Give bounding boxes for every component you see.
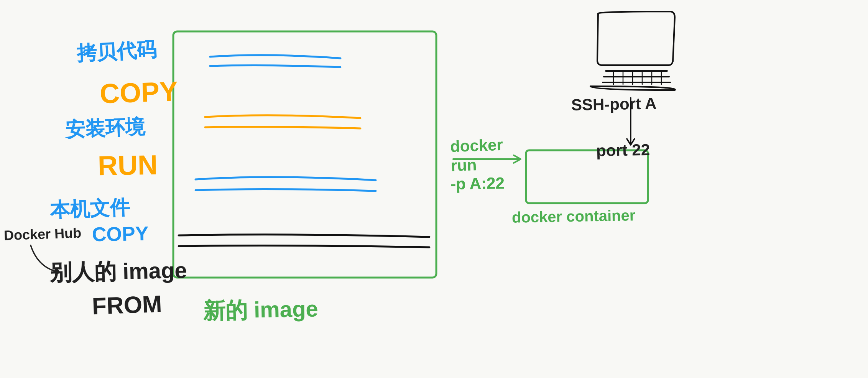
- copy1-label: COPY: [99, 75, 179, 109]
- docker-container-label: docker container: [512, 207, 636, 226]
- from-label: FROM: [92, 290, 163, 320]
- docker-hub-label: Docker Hub: [3, 225, 81, 243]
- docker-run-label: dockerrun: [450, 135, 504, 176]
- others-image-label: 别人的 image: [49, 256, 187, 288]
- copy2-label: COPY: [92, 222, 148, 246]
- port-22-label: port 22: [596, 141, 650, 160]
- copy-code-label-chinese: 拷贝代码: [76, 36, 157, 67]
- svg-rect-0: [173, 31, 436, 278]
- install-env-label-chinese: 安装环境: [65, 113, 145, 143]
- local-file-label-chinese: 本机文件: [49, 194, 130, 224]
- ssh-port-a-label: SSH-port A: [571, 94, 657, 114]
- p-option-text: -p A:22: [450, 174, 505, 193]
- new-image-label: 新的 image: [203, 294, 318, 326]
- run-label: RUN: [97, 149, 158, 182]
